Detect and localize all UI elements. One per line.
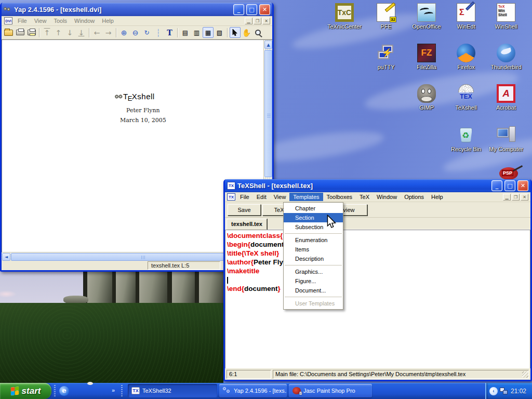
desktop-icon-winedt[interactable]: Σ WinEdt [446,3,486,30]
desktop-icon-pfe[interactable]: 32 PFE [366,3,406,30]
desktop-icon-putty[interactable]: ⚡ puTTY [366,44,406,70]
taskbar-clock: 21:02 [511,388,526,395]
continuous-facing-icon[interactable]: ▧ [214,27,225,38]
yap-menu-tools[interactable]: Tools [50,17,71,25]
menu-toolboxes[interactable]: Toolboxes [323,193,356,201]
yap-menu-help[interactable]: Help [98,17,117,25]
scroll-left-icon[interactable]: ◄ [2,253,10,261]
menu-item-document[interactable]: Document... [284,286,343,295]
task-button-yap[interactable]: Yap 2.4.1596 - [texs... [219,384,287,397]
zoom-out-icon[interactable]: ⊖ [130,27,141,38]
icon-label: Firefox [446,64,486,70]
print-icon[interactable] [15,27,25,38]
print-setup-icon[interactable] [26,27,37,38]
menu-window[interactable]: Window [373,193,401,201]
desktop: TxC TeXnicCenter 32 PFE OpenOffice Σ Win… [0,0,532,399]
quicklaunch-internet-explorer-icon[interactable]: e [59,386,69,396]
minimize-button[interactable]: _ [491,180,502,191]
menu-item-items[interactable]: Items [284,245,343,254]
menu-item-user-templates: User Templates [284,299,343,308]
mdi-close-icon[interactable]: ✕ [521,194,528,201]
task-button-paint-shop-pro[interactable]: Jasc Paint Shop Pro [289,384,372,397]
desktop-icon-paint-shop-pro-partial[interactable]: PSP [496,167,523,180]
menu-view[interactable]: View [270,193,290,201]
minimize-button[interactable]: _ [233,4,244,15]
yap-menu-view[interactable]: View [31,17,50,25]
yap-menu-window[interactable]: Window [71,17,98,25]
menu-help[interactable]: Help [428,193,447,201]
grass [0,303,223,383]
menu-item-enumeration[interactable]: Enumeration [284,235,343,245]
desktop-icon-acrobat[interactable]: A Acrobat [486,84,526,111]
menu-item-figure[interactable]: Figure... [284,276,343,286]
close-button[interactable]: ✕ [259,4,270,15]
pan-hand-icon[interactable]: ✋ [241,27,252,38]
mdi-restore-icon[interactable]: ❐ [254,18,261,24]
resize-grip[interactable] [522,371,528,378]
desktop-icon-filezilla[interactable]: FZ FileZilla [406,44,447,70]
continuous-view-icon[interactable]: ▦ [203,27,214,38]
ruler-icon[interactable]: ┆ [153,27,164,38]
desktop-icon-openoffice[interactable]: OpenOffice [406,3,447,30]
single-page-icon[interactable]: ▤ [180,27,191,38]
menu-item-graphics[interactable]: Graphics... [284,267,343,276]
maximize-button[interactable]: □ [246,4,257,15]
previous-page-icon[interactable]: ↑ [53,27,64,38]
select-pointer-icon[interactable] [230,27,241,38]
desktop-icon-thunderbird[interactable]: Thunderbird [486,44,526,70]
desktop-icon-texshell[interactable]: TEX TeXshell [446,84,486,111]
menu-item-description[interactable]: Description [284,254,343,263]
network-status-icon[interactable] [500,388,509,395]
yap-toolbar: ↑ ↑ ↓ ↓ ← → ⊕ ⊖ ↻ ┆ T ▤ ▥ ▦ ▧ ✋ [2,26,272,39]
quicklaunch-overflow-chevron-icon[interactable]: » [112,387,115,393]
desktop-icon-gimp[interactable]: GIMP [406,84,447,111]
desktop-icon-texniccenter[interactable]: TxC TeXnicCenter [324,3,365,30]
icon-label: puTTY [366,64,406,70]
yap-menu-file[interactable]: File [14,17,31,25]
save-button[interactable]: Save [228,204,261,216]
next-page-icon[interactable]: ↓ [64,27,75,38]
menu-file[interactable]: File [236,193,253,201]
start-button[interactable]: start [0,383,51,399]
desktop-icon-winshell[interactable]: TeXWinShell WinShell [486,3,526,30]
mdi-minimize-icon[interactable]: ▁ [503,194,511,201]
menu-templates[interactable]: Templates [289,193,323,201]
mdi-minimize-icon[interactable]: ▁ [245,18,252,24]
magnifier-icon[interactable] [252,27,263,38]
back-icon[interactable]: ← [91,27,102,38]
dvi-title: TEXshell [123,92,155,101]
maximize-button[interactable]: □ [504,180,515,191]
menu-options[interactable]: Options [401,193,428,201]
stone [199,271,223,305]
filezilla-icon: FZ [417,44,436,62]
yap-titlebar[interactable]: Yap 2.4.1596 - [texshell.dvi] _ □ ✕ [2,3,272,16]
task-button-texshell32[interactable]: TX TeXShell32 [128,384,217,397]
facing-pages-icon[interactable]: ▥ [191,27,202,38]
texshell-titlebar[interactable]: TX TeXShell - [texshell.tex] _ □ ✕ [225,179,530,192]
last-page-icon[interactable]: ↓ [76,27,87,38]
tab-texshell-tex[interactable]: texshell.tex [227,219,267,230]
scroll-up-icon[interactable]: ▲ [264,41,272,49]
hide-icons-chevron-icon[interactable]: ‹ [489,387,498,395]
open-icon[interactable] [3,27,14,38]
text-icon[interactable]: T [164,27,175,38]
zoom-in-icon[interactable]: ⊕ [118,27,129,38]
menu-tex[interactable]: TeX [356,193,373,201]
first-page-icon[interactable]: ↑ [42,27,52,38]
stone [172,271,195,305]
icon-label: WinShell [486,23,526,30]
task-label: Yap 2.4.1596 - [texs... [234,388,287,394]
desktop-icon-my-computer[interactable]: My Computer [486,126,526,152]
mdi-close-icon[interactable]: ✕ [262,18,270,24]
close-button[interactable]: ✕ [517,180,528,191]
desktop-icon-recycle-bin[interactable]: ♻ Recycle Bin [446,126,486,152]
menu-edit[interactable]: Edit [253,193,270,201]
scrollbar-thumb[interactable] [264,50,272,177]
mdi-restore-icon[interactable]: ❐ [512,194,520,201]
menu-item-chapter[interactable]: Chapter [284,204,343,213]
editor-area[interactable]: \documentclass{ \begin{document} \title{… [225,230,530,368]
desktop-icon-firefox[interactable]: Firefox [446,44,486,70]
refresh-icon[interactable]: ↻ [141,27,152,38]
windows-flag-icon [11,387,19,396]
forward-icon[interactable]: → [103,27,114,38]
